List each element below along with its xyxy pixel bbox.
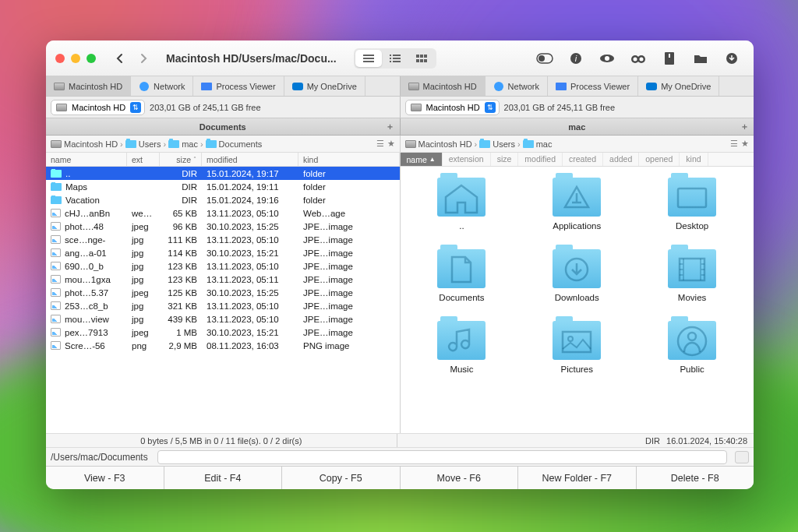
folder-item[interactable]: Downloads <box>531 249 623 302</box>
action-button[interactable]: View - F3 <box>46 467 164 489</box>
col-name[interactable]: name▲ <box>401 153 443 166</box>
star-icon[interactable]: ★ <box>387 139 395 149</box>
archive-icon[interactable] <box>657 48 682 69</box>
list-icon[interactable]: ☰ <box>376 139 384 149</box>
nav-forward-button[interactable] <box>135 49 154 68</box>
connection-tab[interactable]: My OneDrive <box>638 76 719 96</box>
table-row[interactable]: sce…nge-jpg111 KB13.11.2023, 05:10JPE…im… <box>46 233 400 246</box>
table-row[interactable]: phot…5.37jpeg125 KB30.10.2023, 15:25JPE…… <box>46 286 400 299</box>
breadcrumb-item[interactable]: Macintosh HD <box>405 139 472 149</box>
connection-tab[interactable]: Process Viewer <box>193 76 284 96</box>
pane-title-right[interactable]: mac ＋ <box>401 118 754 135</box>
file-list[interactable]: ..DIR15.01.2024, 19:17folderMapsDIR15.01… <box>46 167 400 433</box>
minimize-button[interactable] <box>71 54 80 63</box>
folder-icon <box>668 178 716 217</box>
table-row[interactable]: ..DIR15.01.2024, 19:17folder <box>46 167 400 180</box>
col-size[interactable]: size <box>491 153 519 166</box>
action-button[interactable]: Copy - F5 <box>282 467 401 489</box>
col-modified[interactable]: modified <box>202 153 298 166</box>
svg-rect-3 <box>390 55 391 56</box>
connection-tab[interactable]: Process Viewer <box>548 76 638 96</box>
breadcrumb-item[interactable]: Macintosh HD <box>51 139 118 149</box>
table-row[interactable]: VacationDIR15.01.2024, 19:16folder <box>46 193 400 206</box>
star-icon[interactable]: ★ <box>741 139 749 149</box>
connection-tab[interactable]: Macintosh HD <box>401 76 486 96</box>
folder-item[interactable]: Documents <box>416 249 508 302</box>
folder-icon <box>553 178 601 217</box>
table-row[interactable]: Scre…-56png2,9 MB08.11.2023, 16:03PNG im… <box>46 339 400 352</box>
col-size[interactable]: size˄ <box>160 153 202 166</box>
col-kind[interactable]: kind <box>680 153 708 166</box>
pane-title-left[interactable]: Documents ＋ <box>46 118 401 135</box>
folder-item[interactable]: Pictures <box>531 321 623 374</box>
view-mode-segmented[interactable] <box>354 48 436 69</box>
action-button[interactable]: Move - F6 <box>401 467 519 489</box>
connection-tab[interactable]: Network <box>131 76 193 96</box>
folder-icon <box>168 140 179 148</box>
col-extension[interactable]: extension <box>443 153 491 166</box>
connection-tab[interactable]: My OneDrive <box>284 76 365 96</box>
table-row[interactable]: 690…0_bjpg123 KB13.11.2023, 05:10JPE…ima… <box>46 259 400 273</box>
info-icon[interactable]: i <box>563 48 588 69</box>
binoculars-icon[interactable] <box>626 48 651 69</box>
col-created[interactable]: created <box>563 153 603 166</box>
col-modified[interactable]: modified <box>518 153 563 166</box>
view-list-icon[interactable] <box>355 50 382 67</box>
path-go-button[interactable] <box>735 451 749 463</box>
icon-grid[interactable]: ..ApplicationsDesktopDocumentsDownloadsM… <box>401 167 754 433</box>
folder-item[interactable]: Desktop <box>646 178 738 231</box>
connection-tab[interactable]: Macintosh HD <box>46 76 131 96</box>
folder-item[interactable]: .. <box>416 178 508 231</box>
svg-rect-6 <box>393 58 401 59</box>
breadcrumb-item[interactable]: mac <box>523 139 553 149</box>
connection-tab[interactable]: Network <box>486 76 548 96</box>
table-row[interactable]: MapsDIR15.01.2024, 19:11folder <box>46 180 400 193</box>
folder-item[interactable]: Applications <box>531 178 623 231</box>
path-bar: /Users/mac/Documents <box>46 447 754 466</box>
col-kind[interactable]: kind <box>298 153 400 166</box>
table-row[interactable]: ang…a-01jpg114 KB30.10.2023, 15:21JPE…im… <box>46 246 400 259</box>
view-icons-icon[interactable] <box>408 50 435 67</box>
table-row[interactable]: pex…7913jpeg1 MB30.10.2023, 15:21JPE…ima… <box>46 326 400 339</box>
table-row[interactable]: 253…c8_bjpg321 KB13.11.2023, 05:10JPE…im… <box>46 299 400 312</box>
folder-icon[interactable] <box>688 48 713 69</box>
download-icon[interactable] <box>719 48 744 69</box>
table-row[interactable]: mou…1gxajpg123 KB13.11.2023, 05:11JPE…im… <box>46 273 400 286</box>
view-columns-icon[interactable] <box>382 50 408 67</box>
col-opened[interactable]: opened <box>639 153 680 166</box>
action-button[interactable]: Delete - F8 <box>637 467 754 489</box>
action-button[interactable]: New Folder - F7 <box>518 467 637 489</box>
folder-item[interactable]: Movies <box>646 249 738 302</box>
bc-tools: ☰ ★ <box>376 139 395 149</box>
folder-item[interactable]: Public <box>646 321 738 374</box>
add-tab-icon[interactable]: ＋ <box>738 121 750 133</box>
table-row[interactable]: cHJ…anBnwe…65 KB13.11.2023, 05:10Web…age <box>46 206 400 220</box>
add-tab-icon[interactable]: ＋ <box>384 121 397 133</box>
svg-rect-13 <box>420 59 423 62</box>
breadcrumb-item[interactable]: mac <box>168 139 198 149</box>
svg-point-33 <box>688 333 696 340</box>
drive-select-left[interactable]: Macintosh HD ⇅ <box>51 100 145 115</box>
action-button[interactable]: Edit - F4 <box>164 467 283 489</box>
col-name[interactable]: name <box>46 153 127 166</box>
folder-icon <box>437 249 486 288</box>
col-added[interactable]: added <box>603 153 639 166</box>
nav-back-button[interactable] <box>110 49 129 68</box>
drive-select-right[interactable]: Macintosh HD ⇅ <box>405 100 500 115</box>
breadcrumb-item[interactable]: Users <box>479 139 515 149</box>
breadcrumb-item[interactable]: Users <box>125 139 161 149</box>
table-row[interactable]: mou…viewjpg439 KB13.11.2023, 05:10JPE…im… <box>46 312 400 326</box>
list-icon[interactable]: ☰ <box>730 139 738 149</box>
close-button[interactable] <box>55 54 65 63</box>
zoom-button[interactable] <box>87 54 96 63</box>
svg-point-32 <box>568 336 573 341</box>
table-row[interactable]: phot….48jpeg96 KB30.10.2023, 15:25JPE…im… <box>46 220 400 233</box>
image-icon <box>51 222 61 231</box>
svg-rect-11 <box>424 55 427 58</box>
quicklook-icon[interactable] <box>595 48 620 69</box>
path-input[interactable] <box>157 450 727 464</box>
breadcrumb-item[interactable]: Documents <box>206 139 263 149</box>
toggle-icon[interactable] <box>532 48 557 69</box>
folder-item[interactable]: Music <box>416 321 508 374</box>
col-ext[interactable]: ext <box>127 153 160 166</box>
